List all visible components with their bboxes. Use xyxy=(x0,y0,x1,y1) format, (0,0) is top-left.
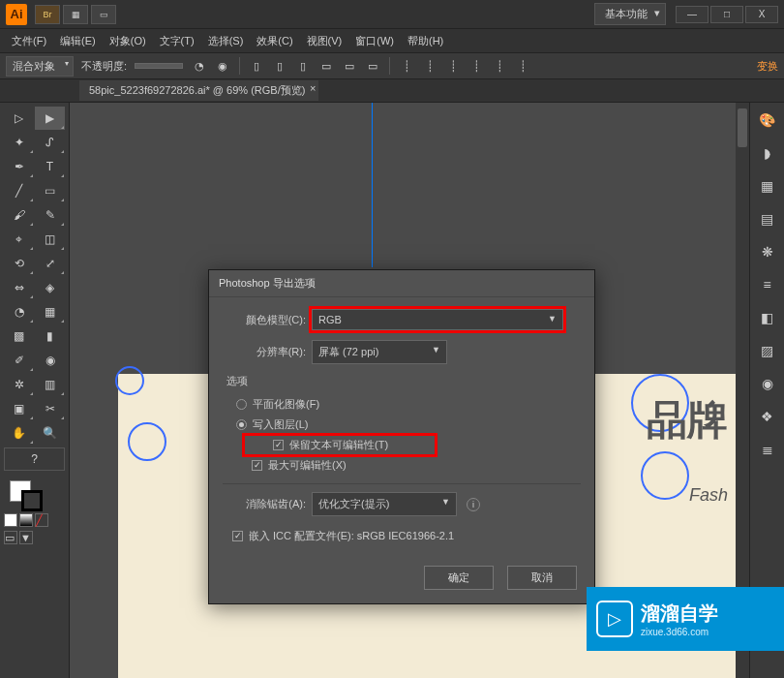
type-tool[interactable]: T xyxy=(35,155,65,178)
embed-icc-option[interactable]: 嵌入 ICC 配置文件(E): sRGB IEC61966-2.1 xyxy=(223,526,581,546)
color-guide-icon[interactable]: ◗ xyxy=(758,143,777,163)
appearance-panel-icon[interactable]: ◉ xyxy=(758,374,777,393)
direct-selection-tool[interactable]: ▶ xyxy=(35,107,65,130)
dist-icon4[interactable]: ┊ xyxy=(467,57,485,75)
none-mode-icon[interactable]: ╱ xyxy=(35,513,48,527)
ok-button[interactable]: 确定 xyxy=(424,566,494,590)
mesh-tool[interactable]: ▩ xyxy=(4,324,34,348)
info-icon[interactable]: i xyxy=(467,498,480,511)
align-bottom-icon[interactable]: ▭ xyxy=(364,57,381,75)
change-screen-icon[interactable]: ▼ xyxy=(19,531,33,544)
dist-v-icon[interactable]: ┊ xyxy=(421,57,438,75)
slice-tool[interactable]: ✂ xyxy=(35,397,65,420)
write-layers-option[interactable]: 写入图层(L) xyxy=(223,415,581,435)
scale-tool[interactable]: ⤢ xyxy=(35,252,65,275)
title-bar: Ai Br ▦ ▭ 基本功能 — □ X xyxy=(0,0,784,29)
hand-tool[interactable]: ✋ xyxy=(4,421,34,445)
workspace-dropdown[interactable]: 基本功能 xyxy=(594,3,666,25)
cancel-button[interactable]: 取消 xyxy=(507,566,577,590)
align-center-icon[interactable]: ▯ xyxy=(271,57,288,75)
eyedropper-tool[interactable]: ✐ xyxy=(4,349,34,372)
recolor-icon[interactable]: ◉ xyxy=(214,57,231,75)
swatches-panel-icon[interactable]: ▦ xyxy=(758,176,777,196)
tools-panel: ▷ ▶ ✦ ᔑ ✒ T ╱ ▭ 🖌 ✎ ⌖ ◫ ⟲ ⤢ ⇔ ◈ ◔ ▦ ▩ ▮ … xyxy=(0,103,70,678)
view-grid-button[interactable]: ▦ xyxy=(63,5,88,24)
screen-mode-icon[interactable]: ▭ xyxy=(4,531,17,544)
dropdown-arrow-icon: ▼ xyxy=(432,345,440,354)
gradient-tool[interactable]: ▮ xyxy=(35,324,65,348)
dist-icon3[interactable]: ┊ xyxy=(444,57,462,75)
preserve-text-option[interactable]: 保留文本可编辑性(T) xyxy=(244,435,436,455)
antialias-dropdown[interactable]: 优化文字(提示) ▼ xyxy=(312,492,457,516)
magic-wand-tool[interactable]: ✦ xyxy=(4,131,34,154)
transform-link[interactable]: 变换 xyxy=(757,59,778,74)
selection-tool[interactable]: ▷ xyxy=(4,107,34,130)
stroke-panel-icon[interactable]: ≡ xyxy=(758,275,777,294)
menu-object[interactable]: 对象(O) xyxy=(104,31,152,51)
gradient-panel-icon[interactable]: ◧ xyxy=(758,308,777,327)
free-transform-tool[interactable]: ◈ xyxy=(35,276,65,299)
blend-tool[interactable]: ◉ xyxy=(35,349,65,372)
artboard-tool[interactable]: ▣ xyxy=(4,397,34,420)
style-dropdown[interactable]: 混合对象 xyxy=(6,56,74,77)
max-edit-option[interactable]: 最大可编辑性(X) xyxy=(223,455,581,476)
arrange-docs-button[interactable]: ▭ xyxy=(91,5,116,24)
help-tool[interactable]: ? xyxy=(4,447,65,471)
brushes-panel-icon[interactable]: ▤ xyxy=(758,209,777,229)
eraser-tool[interactable]: ◫ xyxy=(35,228,65,251)
graph-tool[interactable]: ▥ xyxy=(35,373,65,396)
menu-help[interactable]: 帮助(H) xyxy=(402,31,449,51)
maximize-button[interactable]: □ xyxy=(710,6,743,23)
menu-select[interactable]: 选择(S) xyxy=(202,31,250,51)
document-tab[interactable]: 58pic_5223f69272826.ai* @ 69% (RGB/预览) × xyxy=(79,80,318,101)
rotate-tool[interactable]: ⟲ xyxy=(4,252,34,275)
pencil-tool[interactable]: ✎ xyxy=(35,203,65,227)
dist-icon6[interactable]: ┊ xyxy=(514,57,531,75)
export-dialog: Photoshop 导出选项 颜色模型(C): RGB ▼ 分辨率(R): 屏幕… xyxy=(208,269,595,604)
style-icon[interactable]: ◔ xyxy=(191,57,208,75)
menu-file[interactable]: 文件(F) xyxy=(6,31,52,51)
flat-image-option[interactable]: 平面化图像(F) xyxy=(223,394,581,415)
width-tool[interactable]: ⇔ xyxy=(4,276,34,299)
menu-type[interactable]: 文字(T) xyxy=(154,31,200,51)
color-panel-icon[interactable]: 🎨 xyxy=(758,110,777,130)
perspective-tool[interactable]: ▦ xyxy=(35,300,65,324)
zoom-tool[interactable]: 🔍 xyxy=(35,421,65,445)
symbols-panel-icon[interactable]: ❋ xyxy=(758,242,777,262)
lasso-tool[interactable]: ᔑ xyxy=(35,131,65,154)
bridge-button[interactable]: Br xyxy=(35,5,60,24)
rectangle-tool[interactable]: ▭ xyxy=(35,179,65,202)
menu-window[interactable]: 窗口(W) xyxy=(349,31,400,51)
align-top-icon[interactable]: ▭ xyxy=(317,57,335,75)
shape-builder-tool[interactable]: ◔ xyxy=(4,300,34,324)
blob-tool[interactable]: ⌖ xyxy=(4,228,34,251)
app-logo: Ai xyxy=(6,4,27,25)
align-left-icon[interactable]: ▯ xyxy=(248,57,265,75)
menu-view[interactable]: 视图(V) xyxy=(301,31,348,51)
opacity-input[interactable] xyxy=(135,63,183,69)
close-button[interactable]: X xyxy=(745,6,778,23)
color-swatches[interactable] xyxy=(4,477,65,511)
brush-tool[interactable]: 🖌 xyxy=(4,203,34,227)
radio-icon xyxy=(236,399,247,410)
pen-tool[interactable]: ✒ xyxy=(4,155,34,178)
menu-edit[interactable]: 编辑(E) xyxy=(54,31,102,51)
resolution-dropdown[interactable]: 屏幕 (72 ppi) ▼ xyxy=(312,340,447,364)
dist-h-icon[interactable]: ┊ xyxy=(398,57,415,75)
close-tab-icon[interactable]: × xyxy=(310,82,316,94)
layers-panel-icon[interactable]: ≣ xyxy=(758,440,777,459)
align-right-icon[interactable]: ▯ xyxy=(294,57,312,75)
symbol-tool[interactable]: ✲ xyxy=(4,373,34,396)
gradient-mode-icon[interactable] xyxy=(19,513,33,527)
transparency-panel-icon[interactable]: ▨ xyxy=(758,341,777,360)
menu-effect[interactable]: 效果(C) xyxy=(251,31,298,51)
minimize-button[interactable]: — xyxy=(676,6,709,23)
stroke-swatch[interactable] xyxy=(21,490,43,511)
dist-icon5[interactable]: ┊ xyxy=(491,57,508,75)
color-model-dropdown[interactable]: RGB ▼ xyxy=(312,309,563,330)
color-mode-icon[interactable] xyxy=(4,513,17,527)
graphic-styles-icon[interactable]: ❖ xyxy=(758,407,777,426)
line-tool[interactable]: ╱ xyxy=(4,179,34,202)
align-mid-icon[interactable]: ▭ xyxy=(341,57,358,75)
scroll-thumb[interactable] xyxy=(738,108,747,147)
